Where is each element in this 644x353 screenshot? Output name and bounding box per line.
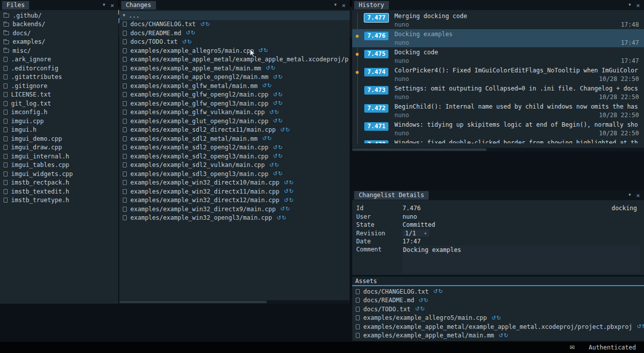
file-tree-item[interactable]: imgui_tables.cpp <box>0 161 118 170</box>
filter-icon[interactable]: ▼ <box>628 193 631 197</box>
modified-icon: ↺↻ <box>419 297 429 304</box>
file-icon <box>123 119 127 124</box>
file-icon <box>123 215 127 220</box>
changed-file-row[interactable]: examples/example_sdl2_opengl3/main.cpp ↺… <box>119 152 350 161</box>
changed-file-row[interactable]: examples/example_glfw_opengl2/main.cpp ↺… <box>119 91 350 100</box>
file-tree-item[interactable]: imgui_internal.h <box>0 152 118 161</box>
file-tree-item[interactable]: misc/ <box>0 46 118 55</box>
file-icon <box>4 57 8 62</box>
asset-row[interactable]: docs/README.md ↺↻ <box>352 296 644 305</box>
file-tree-item[interactable]: LICENSE.txt <box>0 91 118 100</box>
horizontal-scrollbar[interactable] <box>352 148 644 151</box>
changed-file-row[interactable]: examples/example_apple_metal/main.mm ↺↻ <box>119 64 350 73</box>
changed-file-row[interactable]: examples/example_glfw_vulkan/main.cpp ↺↻ <box>119 108 350 117</box>
revision-dropdown[interactable]: 1/1 ▾ <box>403 229 429 237</box>
history-panel-title[interactable]: History <box>354 1 389 10</box>
changed-file-row[interactable]: examples/example_sdl3_opengl3/main.cpp ↺… <box>119 169 350 179</box>
file-tree-item[interactable]: imconfig.h <box>0 108 118 117</box>
history-row[interactable]: 7.473 Settings: omit outputing Collapsed… <box>352 83 644 102</box>
file-tree-item[interactable]: .gitattributes <box>0 73 118 82</box>
modified-icon: ↺↻ <box>492 315 502 321</box>
changed-file-row[interactable]: examples/example_sdl2_metal/main.mm ↺↻ <box>119 134 350 143</box>
version-badge: 7.470 <box>364 140 388 143</box>
filter-icon[interactable]: ▼ <box>334 3 337 7</box>
history-row[interactable]: 7.476 Docking examples nuno 17:47 <box>352 29 644 47</box>
modified-icon: ↺↻ <box>433 288 443 295</box>
asset-row[interactable]: docs/TODO.txt ↺↻ <box>352 305 644 314</box>
filter-icon[interactable]: ▼ <box>103 3 105 7</box>
scrollbar-thumb[interactable] <box>119 301 267 303</box>
scrollbar-thumb[interactable] <box>352 148 487 151</box>
file-icon <box>4 154 8 159</box>
file-tree-item[interactable]: .editorconfig <box>0 64 118 73</box>
file-tree-item[interactable]: .ark_ignore <box>0 55 118 64</box>
file-icon <box>4 180 8 185</box>
changed-file-row[interactable]: examples/example_sdl2_directx11/main.cpp… <box>119 126 350 135</box>
files-panel-title[interactable]: Files <box>2 1 29 10</box>
asset-row[interactable]: examples/example_allegro5/main.cpp ↺↻ <box>352 314 644 323</box>
modified-icon: ↺↻ <box>273 100 283 107</box>
changed-file-row[interactable]: examples/example_win32_directx9/main.cpp… <box>119 205 350 214</box>
file-name: imstb_rectpack.h <box>11 179 69 186</box>
file-tree-item[interactable]: imgui_demo.cpp <box>0 134 118 143</box>
changed-file-row[interactable]: examples/example_sdl2_vulkan/main.cpp ↺↻ <box>119 161 350 170</box>
commit-message: ColorPicker4(): Fixed ImGuiColorEditFlag… <box>394 67 641 75</box>
changed-file-row[interactable]: examples/example_apple_metal/example_app… <box>119 55 350 64</box>
changed-file-row[interactable]: examples/example_allegro5/main.cpp ↺↻ <box>119 46 350 55</box>
mail-icon[interactable]: ✉ <box>570 344 575 351</box>
changed-file-row[interactable]: examples/example_apple_opengl2/main.mm ↺… <box>119 73 350 82</box>
history-row[interactable]: 7.471 Windows: tidying up skipitems logi… <box>352 120 644 138</box>
file-tree-item[interactable]: .github/ <box>0 11 118 20</box>
changed-file-row[interactable]: examples/example_win32_directx12/main.cp… <box>119 196 350 205</box>
close-panel-icon[interactable]: × <box>110 2 114 9</box>
changed-file-row[interactable]: examples/example_glut_opengl2/main.cpp ↺… <box>119 117 350 126</box>
details-panel-title[interactable]: Changelist Details <box>354 191 429 200</box>
filter-icon[interactable]: ▼ <box>628 3 631 7</box>
changed-file-row[interactable]: docs/CHANGELOG.txt ↺↻ <box>119 20 350 29</box>
history-row[interactable]: 7.472 BeginChild(): Internal name used b… <box>352 102 644 120</box>
file-tree-item[interactable]: imstb_textedit.h <box>0 187 118 196</box>
expand-icon[interactable]: ▼ <box>123 13 125 18</box>
file-icon <box>356 298 360 303</box>
modified-icon: ↺↻ <box>269 109 279 116</box>
changed-file-row[interactable]: examples/example_win32_directx11/main.cp… <box>119 187 350 196</box>
modified-icon: ↺↻ <box>284 188 294 195</box>
changed-file-row[interactable]: docs/README.md ↺↻ <box>119 29 350 38</box>
asset-row[interactable]: examples/example_apple_metal/main.mm ↺↻ <box>352 331 644 340</box>
close-panel-icon[interactable]: × <box>636 192 640 199</box>
comment-text[interactable]: Docking examples <box>403 246 640 273</box>
asset-row[interactable]: docs/CHANGELOG.txt ↺↻ <box>352 287 644 296</box>
file-tree-item[interactable]: imstb_truetype.h <box>0 196 118 205</box>
horizontal-scrollbar[interactable] <box>119 300 350 304</box>
history-row[interactable]: 7.474 ColorPicker4(): Fixed ImGuiColorEd… <box>352 65 644 83</box>
close-panel-icon[interactable]: × <box>342 2 346 9</box>
file-tree-item[interactable]: imgui.cpp <box>0 117 118 126</box>
modified-icon: ↺↻ <box>637 323 644 330</box>
file-name: imconfig.h <box>11 109 47 116</box>
file-tree-item[interactable]: git_log.txt <box>0 99 118 108</box>
close-panel-icon[interactable]: × <box>636 2 640 9</box>
file-tree-item[interactable]: imgui.h <box>0 126 118 135</box>
file-tree-item[interactable]: examples/ <box>0 38 118 47</box>
history-panel: History ▼ × 7.477 Merging docking code n… <box>352 0 644 151</box>
changes-panel-title[interactable]: Changes <box>121 1 156 10</box>
history-row[interactable]: 7.470 Windows: fixed double-clicked bord… <box>352 138 644 143</box>
changed-file-row[interactable]: examples/example_win32_opengl3/main.cpp … <box>119 214 350 223</box>
changed-file-row[interactable]: docs/TODO.txt ↺↻ <box>119 38 350 47</box>
history-row[interactable]: 7.475 Docking code nuno 17:47 <box>352 47 644 65</box>
changed-file-row[interactable]: examples/example_glfw_opengl3/main.cpp ↺… <box>119 99 350 108</box>
file-tree-item[interactable]: imgui_draw.cpp <box>0 143 118 152</box>
changed-file-row[interactable]: examples/example_glfw_metal/main.mm ↺↻ <box>119 81 350 91</box>
file-tree-item[interactable]: .gitignore <box>0 81 118 91</box>
file-tree-item[interactable]: imstb_rectpack.h <box>0 179 118 188</box>
asset-row[interactable]: examples/example_apple_metal/example_app… <box>352 322 644 331</box>
file-tree-item[interactable]: backends/ <box>0 20 118 29</box>
changed-file-row[interactable]: examples/example_sdl2_opengl2/main.cpp ↺… <box>119 143 350 152</box>
file-tree-item[interactable]: imgui_widgets.cpp <box>0 169 118 179</box>
changed-file-path: examples/example_apple_opengl2/main.mm <box>130 73 269 80</box>
file-icon <box>4 66 8 71</box>
changes-root-row[interactable]: ▼ ... <box>119 11 350 20</box>
history-row[interactable]: 7.477 Merging docking code nuno 17:48 <box>352 11 644 29</box>
file-tree-item[interactable]: docs/ <box>0 29 118 38</box>
changed-file-row[interactable]: examples/example_win32_directx10/main.cp… <box>119 179 350 188</box>
